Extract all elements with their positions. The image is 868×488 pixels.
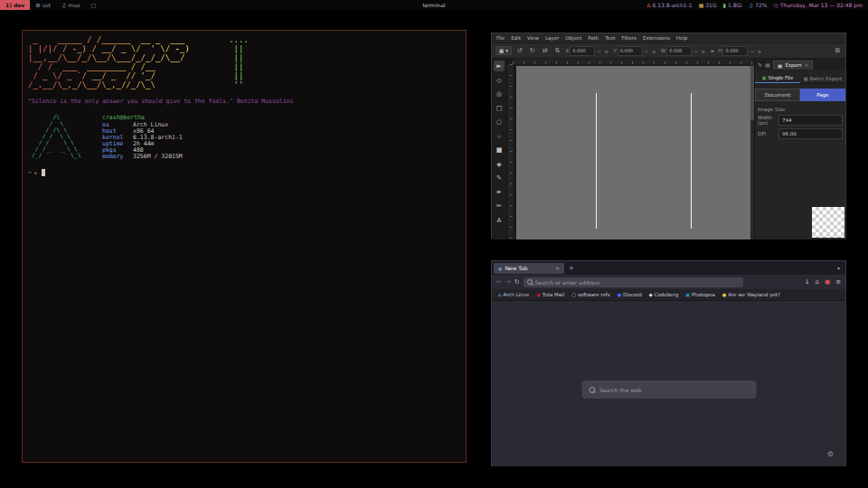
workspace-tag-ust[interactable]: ⚙ ust xyxy=(30,0,56,10)
minus-stepper[interactable]: − xyxy=(693,48,699,54)
gear-icon: ⚙ xyxy=(35,2,40,8)
canvas-area[interactable] xyxy=(507,59,754,239)
document-properties-icon[interactable]: ✎ xyxy=(758,61,762,68)
menu-view[interactable]: View xyxy=(527,35,539,41)
h-input[interactable]: 0.000 xyxy=(722,46,748,56)
plus-stepper[interactable]: + xyxy=(700,48,706,54)
menu-object[interactable]: Object xyxy=(565,35,581,41)
bookmark-are-we-wayland-yet[interactable]: ● Are we Wayland yet? xyxy=(722,292,780,297)
download-icon[interactable]: ↓ xyxy=(805,278,810,286)
tool-ellipse-icon[interactable]: ○ xyxy=(494,117,505,127)
inkscape-window[interactable]: File Edit View Layer Object Path Text Fi… xyxy=(491,33,846,239)
vertical-ruler[interactable] xyxy=(507,64,513,239)
volume-icon: ♫ xyxy=(749,2,753,8)
w-input[interactable]: 0.000 xyxy=(666,46,692,56)
minus-stepper[interactable]: − xyxy=(596,48,602,54)
fetch-output: /\ / \ / /\ \ / / \ \ / / \ \ / / _ _ \ … xyxy=(28,115,460,160)
browser-window[interactable]: ◉ New Tab × + ▾ ← → ↻ Search or enter ad… xyxy=(491,260,846,466)
close-tab-icon[interactable]: × xyxy=(555,265,560,271)
active-tab[interactable]: ◉ New Tab × xyxy=(494,263,564,274)
menu-edit[interactable]: Edit xyxy=(511,35,521,41)
web-search-input[interactable]: Search the web xyxy=(581,380,756,399)
tool-spiral-icon[interactable]: ◈ xyxy=(494,159,505,170)
x-input[interactable]: 0.000 xyxy=(570,46,595,56)
bookmark-favicon: ● xyxy=(722,292,726,297)
menu-text[interactable]: Text xyxy=(605,35,615,41)
selection-mode-dropdown[interactable]: ▦ ▾ xyxy=(495,46,512,55)
lock-ratio-icon[interactable]: ⚭ xyxy=(710,48,714,54)
tool-star-icon[interactable]: ☆ xyxy=(494,131,505,142)
menu-help[interactable]: Help xyxy=(676,35,688,41)
flip-horizontal-icon[interactable]: ⇄ xyxy=(541,47,550,54)
page-scope-button[interactable]: Page xyxy=(800,89,845,101)
close-icon[interactable]: × xyxy=(804,62,808,68)
minus-stepper[interactable]: − xyxy=(644,48,650,54)
new-tab-button[interactable]: + xyxy=(569,265,574,272)
url-bar[interactable]: Search or enter address xyxy=(524,277,743,287)
search-icon xyxy=(527,279,533,285)
home-icon[interactable]: ⌂ xyxy=(816,278,819,286)
list-tabs-chevron-icon[interactable]: ▾ xyxy=(837,265,844,271)
menu-path[interactable]: Path xyxy=(588,35,599,41)
tool-zoom-icon[interactable]: ◎ xyxy=(494,89,505,99)
tool-selector-icon[interactable]: ► xyxy=(494,61,505,71)
tool-pen-icon[interactable]: ✒ xyxy=(494,187,505,198)
single-file-tab[interactable]: ▣ Single File xyxy=(755,73,800,83)
workspace-tag-mux[interactable]: ♫ mux xyxy=(56,0,86,10)
status-volume[interactable]: ♫ 72% xyxy=(749,2,768,8)
inkscape-body: ► ◇ ◎ □ ○ ☆ ■ ◈ ✎ ✒ ✏ A xyxy=(492,59,845,239)
layers-icon[interactable]: ▤ xyxy=(765,61,770,68)
forward-icon[interactable]: → xyxy=(505,278,511,286)
menu-file[interactable]: File xyxy=(496,35,505,41)
plus-stepper[interactable]: + xyxy=(756,48,762,54)
terminal-window[interactable]: _ _____ / /______ __ _ ___ .... | |/|/ /… xyxy=(22,30,467,463)
shell-prompt[interactable]: ~ ▶ xyxy=(28,169,460,176)
bookmark-label: Discord xyxy=(623,292,642,297)
document-page[interactable] xyxy=(516,66,754,239)
bookmark-arch-linux[interactable]: ∆ Arch Linux xyxy=(498,292,529,297)
plus-stepper[interactable]: + xyxy=(651,48,657,54)
flip-vertical-icon[interactable]: ⇅ xyxy=(553,47,562,54)
fetch-label: memory xyxy=(102,154,133,160)
export-dock: ✎ ▤ ▣ Export × ▣ Single File ▦ Ba xyxy=(754,59,845,239)
bookmark-codeberg[interactable]: ◆ Codeberg xyxy=(649,292,678,297)
adblock-icon[interactable]: ● xyxy=(825,278,830,286)
menu-extensions[interactable]: Extensions xyxy=(643,35,670,41)
batch-export-tab[interactable]: ▦ Batch Export xyxy=(800,73,845,83)
tool-node-editor-icon[interactable]: ◇ xyxy=(494,75,505,86)
rotate-ccw-icon[interactable]: ↺ xyxy=(515,47,524,54)
menu-layer[interactable]: Layer xyxy=(545,35,559,41)
bookmark-photopea[interactable]: ▣ Photopea xyxy=(685,292,715,297)
document-scope-button[interactable]: Document xyxy=(755,89,800,101)
back-icon[interactable]: ← xyxy=(496,278,502,286)
menu-icon[interactable]: ≡ xyxy=(835,278,841,286)
y-input[interactable]: 0.000 xyxy=(618,46,643,56)
export-width-input[interactable]: 794 xyxy=(778,115,843,126)
plus-stepper[interactable]: + xyxy=(603,48,609,54)
grid-icon: ▦ xyxy=(499,48,504,53)
bookmark-tuta-mail[interactable]: ● Tuta Mail xyxy=(536,292,564,297)
status-bar: 1) dev ⚙ ust ♫ mux □ terminal ∆ 6.13.8-a… xyxy=(0,0,868,10)
tool-text-icon[interactable]: A xyxy=(494,215,505,226)
tool-box3d-icon[interactable]: ■ xyxy=(494,145,505,155)
bookmark-discord[interactable]: ● Discord xyxy=(618,292,642,297)
export-tab[interactable]: ▣ Export × xyxy=(773,61,813,70)
workspace-tag-dev[interactable]: 1) dev xyxy=(0,0,30,10)
tool-calligraphy-icon[interactable]: ✏ xyxy=(494,201,505,211)
personalize-gear-icon[interactable]: ⚙ xyxy=(827,450,834,458)
y-coordinate-field: Y 0.000 − + xyxy=(613,46,656,56)
drawn-vertical-line-2[interactable] xyxy=(691,93,692,229)
field-label: X xyxy=(565,48,569,53)
snap-controls-icon[interactable]: ⊞ xyxy=(833,47,842,54)
menu-filters[interactable]: Filters xyxy=(621,35,637,41)
bookmark-software-refs[interactable]: ▢ software refs xyxy=(571,292,609,297)
export-dpi-input[interactable]: 96.00 xyxy=(778,128,843,139)
drawn-vertical-line-1[interactable] xyxy=(596,93,597,229)
tool-rectangle-icon[interactable]: □ xyxy=(494,103,505,114)
tool-pencil-icon[interactable]: ✎ xyxy=(494,173,505,183)
rotate-cw-icon[interactable]: ↻ xyxy=(528,47,537,54)
layout-indicator[interactable]: □ xyxy=(86,0,102,10)
horizontal-ruler[interactable] xyxy=(513,59,754,64)
minus-stepper[interactable]: − xyxy=(749,48,755,54)
reload-icon[interactable]: ↻ xyxy=(514,278,520,286)
